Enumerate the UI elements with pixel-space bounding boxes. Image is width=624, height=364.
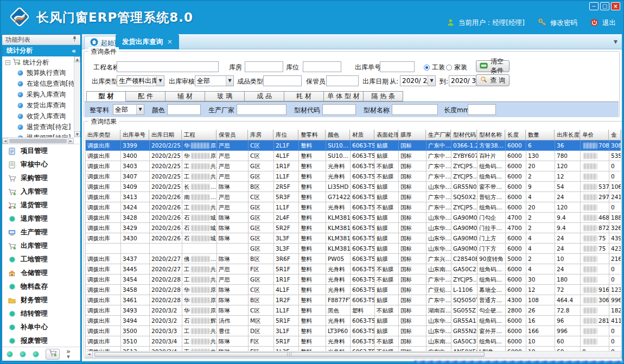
table-row[interactable]: G区3L3F整料KLM38176063-T5贴膜国标山东华…GA90M09.门下…	[86, 244, 621, 254]
column-header[interactable]: 出库日期	[149, 130, 182, 141]
tree-item[interactable]: 退货查询[待定]	[2, 122, 80, 132]
table-row[interactable]: 调拨出库34612020/2/28华原…陈琳B区1R2F整料F8877FT606…	[86, 295, 621, 305]
audit-select[interactable]: 全部▼	[195, 75, 234, 86]
table-row[interactable]: 调拨出库34292020/2/26石城陈琳G区5R2F整料KLM38176063…	[86, 223, 621, 233]
sidebar-section-statistics[interactable]: 统计分析 «	[2, 45, 80, 56]
scrollbar-thumb[interactable]: |||	[94, 352, 485, 357]
sidebar-item[interactable]: 物料盘存	[2, 280, 80, 293]
product-type-input[interactable]	[263, 75, 302, 86]
column-header[interactable]: 型材名称	[477, 130, 505, 141]
material-tab[interactable]: 单 体 型 材	[324, 91, 364, 101]
profile-name-input[interactable]	[392, 104, 438, 115]
scroll-right-icon[interactable]: ►	[621, 352, 622, 357]
tab-list-caret-icon[interactable]: ▼	[614, 39, 617, 44]
sidebar-item[interactable]: 审核中心	[2, 158, 80, 171]
footer-dot-icon[interactable]	[20, 351, 26, 357]
column-header[interactable]: 生产厂家	[426, 130, 451, 141]
footer-cart-button[interactable]	[46, 349, 60, 360]
table-row[interactable]: 调拨出库34932020/3/2华原…陈琳C区1L1F整料黑色塑料不贴膜国标湖南…	[86, 305, 621, 316]
sidebar-item[interactable]: 采购管理	[2, 171, 80, 185]
table-row[interactable]: 调拨出库34092020/2/25长…陈琳B区2R5F整料LI35HD6063-…	[86, 182, 621, 192]
column-header[interactable]: 出库单号	[120, 130, 149, 141]
table-row[interactable]: 调拨出库34132020/2/26南…严思C区5R3F整料G714226063-…	[86, 192, 621, 202]
tree-item[interactable]: 收货入库查询	[2, 111, 80, 122]
material-tab[interactable]: 配 件	[126, 91, 165, 101]
out-type-select[interactable]: 生产领料出库▼	[117, 75, 164, 86]
table-row[interactable]: 调拨出库35122020/3/4工共工程陈琳F区1L2F整料光身料6063-T5…	[86, 347, 621, 351]
scroll-left-icon[interactable]: ◄	[2, 138, 8, 144]
table-row[interactable]: 调拨出库34242020/2/26工共工程严思G区1L1F整料光身料6063-T…	[86, 202, 621, 213]
table-row[interactable]: 调拨出库34282020/2/26石城陈琳G区2L4F整料KLM38176063…	[86, 213, 621, 223]
tree-item[interactable]: 采购入库查询	[2, 89, 80, 100]
color-input[interactable]	[167, 104, 201, 115]
column-header[interactable]: 保管员	[217, 130, 248, 141]
tree-root[interactable]: − 统计分析	[2, 56, 80, 67]
column-header[interactable]: 出库类型	[85, 130, 120, 141]
logout-link[interactable]: 退出	[602, 18, 616, 28]
maximize-button[interactable]: □	[600, 2, 609, 10]
table-row[interactable]: 调拨出库35102020/3/4工共工程陈琳F区5R1F整料光身料6063-T5…	[86, 336, 621, 347]
tree-horizontal-scrollbar[interactable]: ◄ ►	[2, 137, 74, 144]
sidebar-item[interactable]: 项目管理	[2, 144, 80, 158]
column-header[interactable]: 库房	[248, 130, 273, 141]
tree-item[interactable]: 发货出库查询	[2, 100, 80, 111]
table-row[interactable]: 调拨出库34302020/2/26石城陈琳G区3L3F整料KLM38176063…	[86, 233, 621, 244]
column-header[interactable]: 材质	[350, 130, 374, 141]
sidebar-item[interactable]: 生产管理	[2, 226, 80, 239]
column-header[interactable]: 颜色	[326, 130, 350, 141]
length-input[interactable]	[468, 104, 496, 115]
tab-shipment-outbound-query[interactable]: 发货出库查询 ×	[116, 34, 179, 49]
scroll-up-icon[interactable]: ▲	[74, 56, 80, 62]
tree-expander-icon[interactable]: −	[5, 60, 10, 65]
manufacturer-input[interactable]	[237, 104, 286, 115]
collapse-icon[interactable]: «	[72, 47, 76, 55]
column-header[interactable]: 出库长度	[555, 130, 580, 141]
project-name-input[interactable]	[117, 61, 219, 72]
table-row[interactable]: 调拨出库34002020/2/25华原…严思C区4L1F整料SU10…6063-…	[86, 151, 621, 161]
table-row[interactable]: 调拨出库33992020/2/25华原…严思C区2L1F整料SU10…6063-…	[86, 141, 621, 151]
tree-vertical-scrollbar[interactable]: ▲ ▼	[74, 56, 80, 137]
pin-icon[interactable]	[72, 36, 77, 43]
location-input[interactable]	[303, 61, 341, 72]
sidebar-item[interactable]: 退库管理	[2, 212, 80, 226]
material-tab[interactable]: 玻 璃	[205, 91, 245, 101]
column-header[interactable]: 金	[609, 130, 621, 141]
material-tab[interactable]: 耗 材	[284, 91, 324, 101]
table-row[interactable]: 调拨出库34452020/2/27工共工程严思F区5R1F整料光身料6063-T…	[86, 264, 621, 274]
table-row[interactable]: 调拨出库34032020/2/25工共工程严思G区1R1F整料光身料6063-T…	[86, 161, 621, 171]
radio-icon[interactable]	[446, 65, 452, 71]
sidebar-item[interactable]: 出库管理	[2, 239, 80, 253]
material-tab[interactable]: 辅 材	[165, 91, 205, 101]
radio-jiazhuang[interactable]: 家装	[446, 63, 467, 72]
table-row[interactable]: 调拨出库34072020/2/25工共工程严思G区1L1F整料光身料6063-T…	[86, 171, 621, 182]
sidebar-item[interactable]: 入库管理	[2, 185, 80, 199]
table-row[interactable]: 调拨出库34372020/2/27佛…陈琳B区3R6F整料PW056063-T5…	[86, 254, 621, 264]
minimize-button[interactable]: −	[589, 2, 598, 10]
footer-more-button[interactable]: »▼	[66, 349, 71, 360]
sidebar-item[interactable]: 工地管理	[2, 253, 80, 266]
radio-icon[interactable]	[424, 65, 430, 71]
table-row[interactable]: 调拨出库34942020/3/2石辉城汤伟M区5R1F整料光身料6063-T5贴…	[86, 316, 621, 326]
material-tab[interactable]: 隔 热 条	[364, 91, 403, 101]
clear-conditions-button[interactable]: 清空条件	[476, 60, 510, 72]
column-header[interactable]: 数量	[526, 130, 555, 141]
order-no-input[interactable]	[380, 61, 415, 72]
scroll-left-icon[interactable]: ◄	[86, 352, 93, 357]
sidebar-item[interactable]: 仓储管理	[2, 266, 80, 280]
sidebar-item[interactable]: 补单中心	[2, 321, 80, 334]
profile-code-input[interactable]	[322, 104, 356, 115]
sidebar-item[interactable]: 报废管理	[2, 334, 80, 347]
table-row[interactable]: 调拨出库35002020/3/3工共工程曹佳D区3L1F整料LT3P606063…	[86, 326, 621, 336]
column-header[interactable]: 工程	[182, 130, 217, 141]
tab-close-icon[interactable]: ×	[167, 38, 173, 46]
tree-item[interactable]: 在途信息查询[待	[2, 78, 80, 89]
column-header[interactable]: 库位	[273, 130, 298, 141]
scroll-down-icon[interactable]: ▼	[74, 131, 80, 137]
footer-dot-icon[interactable]	[33, 351, 39, 357]
material-tab[interactable]: 成 品	[245, 91, 284, 101]
column-header[interactable]: 型材代码	[451, 130, 477, 141]
search-button[interactable]: 查 询	[476, 74, 510, 86]
tree-item[interactable]: 预算执行查询	[2, 67, 80, 78]
footer-dot-icon[interactable]	[7, 351, 13, 357]
column-header[interactable]: 整零料	[298, 130, 326, 141]
